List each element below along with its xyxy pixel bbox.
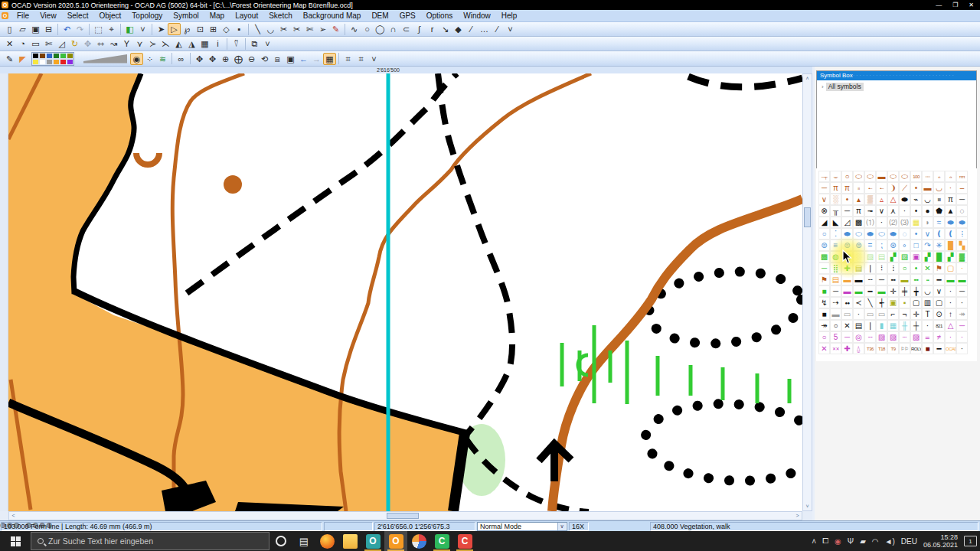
map-arrow-symbol[interactable] [539, 444, 571, 481]
cut-tool-icon[interactable]: ✂ [277, 23, 290, 35]
color-palette[interactable] [31, 52, 74, 66]
symbol-cell-r12c1[interactable]: ↯ [818, 297, 830, 308]
symbol-cell-r10c8[interactable]: ▬ [899, 274, 910, 285]
color-view-more-icon[interactable]: ˅ [136, 23, 149, 35]
symbol-cell-r10c13[interactable]: ▬ [956, 274, 968, 285]
show-grid-icon[interactable]: ▦ [323, 53, 336, 65]
task-view-button[interactable]: ▤ [292, 531, 315, 551]
zoom-in-tool-icon[interactable]: ⊕ [219, 53, 232, 65]
symbol-cell-r12c4[interactable]: ≺ [853, 297, 864, 308]
rectangle-tool-icon[interactable]: r [426, 23, 439, 35]
symbol-cell-r11c6[interactable]: ▬ [876, 285, 887, 297]
straight-line-tool-icon[interactable]: ╲ [251, 23, 264, 35]
symbol-cell-r16c10[interactable]: ■ [922, 343, 933, 354]
camtasia-green-app[interactable]: C [430, 531, 453, 551]
symbol-cell-r3c7[interactable]: △ [887, 194, 899, 205]
symbol-cell-r7c1[interactable]: ⊜ [818, 240, 830, 251]
symbol-cell-r12c13[interactable]: · [956, 297, 968, 308]
eraser-icon[interactable]: ◤ [16, 53, 29, 65]
symbol-cell-r14c2[interactable]: ○ [830, 320, 841, 331]
zoom-window-icon[interactable]: ▣ [284, 53, 297, 65]
symbol-cell-r15c7[interactable]: ▨ [887, 331, 899, 343]
language-indicator[interactable]: DEU [901, 537, 917, 546]
symbol-cell-r6c8[interactable]: ◌ [899, 228, 910, 240]
symbol-cell-r2c4[interactable]: ıı [853, 182, 864, 194]
symbol-cell-r12c3[interactable]: ●● [841, 297, 853, 308]
menu-item-map[interactable]: Map [204, 10, 230, 21]
menu-item-object[interactable]: Object [93, 10, 126, 21]
symbol-cell-r7c7[interactable]: ⊛ [887, 240, 899, 251]
symbol-cell-r4c13[interactable]: ◌ [956, 205, 968, 217]
gradient-alt-tool-icon[interactable]: ◮ [185, 37, 198, 50]
symbol-cell-r11c13[interactable]: ─ [956, 285, 968, 297]
symbol-cell-r16c13[interactable]: · [956, 343, 968, 354]
symbol-cell-r9c11[interactable]: ⚑ [933, 262, 945, 274]
symbol-cell-r8c8[interactable]: ▨ [899, 251, 910, 262]
symbol-cell-r4c9[interactable]: • [910, 205, 922, 217]
numeric-mode-tool-icon[interactable]: ↘ [439, 23, 452, 35]
symbol-cell-r5c3[interactable]: ◿ [841, 217, 853, 228]
symbol-cell-r4c10[interactable]: ● [922, 205, 933, 217]
symbol-cell-r13c9[interactable]: ✛ [910, 308, 922, 320]
scroll-right-arrow[interactable]: ˃ [793, 512, 802, 520]
symbol-cell-r9c4[interactable]: ▤ [853, 262, 864, 274]
symbol-cell-r7c5[interactable]: = [864, 240, 876, 251]
explorer-app[interactable] [338, 531, 361, 551]
symbol-cell-r9c9[interactable]: • [910, 262, 922, 274]
symbol-cell-r14c6[interactable]: ▮ [876, 320, 887, 331]
symbol-cell-r8c7[interactable]: ▞ [887, 251, 899, 262]
symbol-cell-r3c10[interactable]: ◡ [922, 194, 933, 205]
symbol-cell-r13c7[interactable]: ⌐ [887, 308, 899, 320]
symbol-cell-r11c5[interactable]: ━ [864, 285, 876, 297]
symbol-cell-r4c3[interactable]: ─ [841, 205, 853, 217]
zoom-previous-icon[interactable]: ⟲ [258, 53, 271, 65]
vertical-scrollbar[interactable]: ˄ ˅ [802, 73, 812, 511]
menu-item-options[interactable]: Options [421, 10, 458, 21]
menu-item-file[interactable]: File [11, 10, 34, 21]
symbol-cell-r10c11[interactable]: ━ [933, 274, 945, 285]
symbol-cell-r8c3[interactable]: ▩ [841, 251, 853, 262]
toolbar1-overflow-icon[interactable]: ˅ [504, 23, 517, 35]
symbol-cell-r6c6[interactable]: ⬭ [876, 228, 887, 240]
symbol-cell-r1c10[interactable]: ╌╌ [922, 171, 933, 182]
symbol-cell-r4c4[interactable]: π [853, 205, 864, 217]
symbol-cell-r2c2[interactable]: π [830, 182, 841, 194]
status-zoom-level[interactable]: 16X [569, 522, 589, 531]
scroll-left-arrow[interactable]: ˂ [9, 512, 18, 520]
spline-tool-icon[interactable]: ∫ [413, 23, 426, 35]
symbol-cell-r8c11[interactable]: █ [933, 251, 945, 262]
split-tool-icon[interactable]: Y [120, 37, 133, 50]
symbol-cell-r12c12[interactable]: · [945, 297, 956, 308]
symbol-box-header[interactable]: Symbol Box ·····························… [817, 71, 976, 80]
tray-expand-icon[interactable]: ˄ [812, 537, 816, 546]
symbol-cell-r16c9[interactable]: ROLY [910, 343, 922, 354]
symbol-cell-r10c6[interactable]: ─ [876, 274, 887, 285]
curve-tool-icon[interactable]: ◡ [264, 23, 277, 35]
palette-color-8[interactable] [46, 59, 53, 65]
symbol-cell-r16c8[interactable]: ⚐⚐ [899, 343, 910, 354]
symbol-cell-r15c1[interactable]: ○ [818, 331, 830, 343]
palette-color-0[interactable] [32, 53, 39, 59]
symbol-cell-r14c12[interactable]: △ [945, 320, 956, 331]
symbol-cell-r8c12[interactable]: ▞ [945, 251, 956, 262]
move-parallel-tool-icon[interactable]: ✥ [81, 37, 94, 50]
ruler-horizontal-icon[interactable]: ⌗ [341, 53, 354, 65]
symbol-cell-r2c6[interactable]: •– [876, 182, 887, 194]
start-button[interactable] [0, 531, 31, 551]
symbol-cell-r16c11[interactable]: ━ [933, 343, 945, 354]
symbol-cell-r5c2[interactable]: ◣ [830, 217, 841, 228]
symbol-cell-r11c9[interactable]: ╈ [910, 285, 922, 297]
symbol-cell-r5c4[interactable]: ▩ [853, 217, 864, 228]
display-share-icon[interactable]: ⧠ [822, 536, 828, 546]
snap-tool-icon[interactable]: ≻ [146, 37, 159, 50]
symbol-cell-r3c12[interactable]: π [945, 194, 956, 205]
microphone-icon[interactable]: Ψ [848, 537, 854, 546]
symbol-cell-r15c2[interactable]: 5 [830, 331, 841, 343]
menu-item-view[interactable]: View [34, 10, 62, 21]
symbol-cell-r8c2[interactable]: ◍ [830, 251, 841, 262]
symbol-cell-r14c5[interactable]: ❘ [864, 320, 876, 331]
symbol-cell-r14c8[interactable]: ╫ [899, 320, 910, 331]
horizontal-scrollbar[interactable]: ˂ ˃ [8, 511, 802, 520]
menu-item-layout[interactable]: Layout [230, 10, 263, 21]
symbol-cell-r12c7[interactable]: ▣ [887, 297, 899, 308]
